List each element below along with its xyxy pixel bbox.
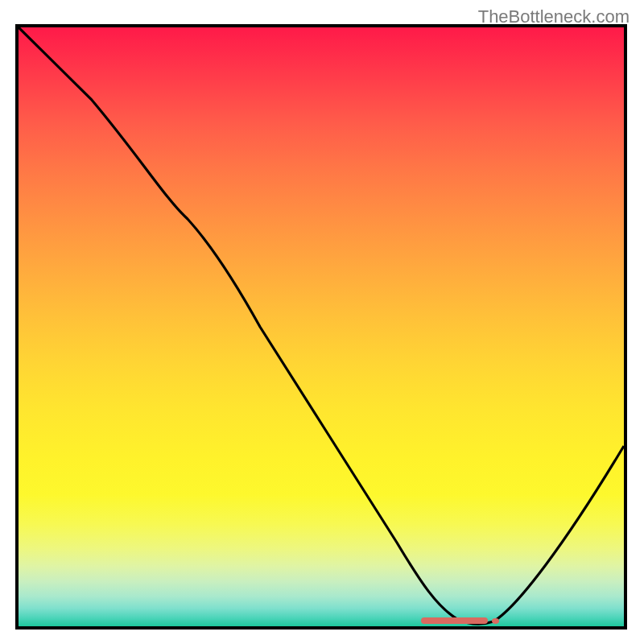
optimal-marker bbox=[421, 617, 488, 624]
watermark-text: TheBottleneck.com bbox=[478, 6, 630, 27]
curve-path bbox=[19, 27, 624, 624]
chart-frame bbox=[15, 24, 627, 630]
chart-container: TheBottleneck.com bbox=[0, 0, 644, 644]
curve-plot bbox=[19, 27, 624, 626]
